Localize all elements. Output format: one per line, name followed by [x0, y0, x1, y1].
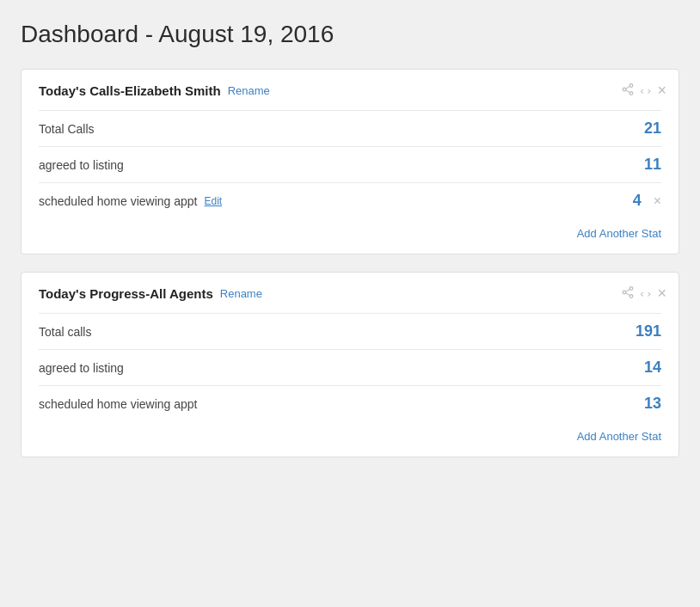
stat-label-text: Total calls [39, 325, 91, 339]
stat-right: 11 [627, 156, 661, 174]
svg-line-9 [626, 293, 630, 296]
stat-right: 191 [627, 322, 661, 340]
stat-remove-button[interactable]: × [654, 194, 661, 208]
stat-row: agreed to listing11 [39, 146, 661, 182]
add-another-stat-button[interactable]: Add Another Stat [577, 227, 661, 240]
widget-actions-1: ‹›× [622, 82, 666, 100]
stat-row: agreed to listing14 [39, 349, 661, 385]
stat-label: scheduled home viewing apptEdit [39, 194, 222, 208]
widget-header-1: Today's Calls-Elizabeth SmithRename [39, 83, 661, 98]
stat-label-text: scheduled home viewing appt [39, 194, 197, 208]
stat-label: Total calls [39, 325, 91, 339]
svg-point-5 [629, 287, 633, 291]
add-another-row: Add Another Stat [39, 421, 661, 443]
stat-right: 13 [627, 395, 661, 413]
widget-header-2: Today's Progress-All AgentsRename [39, 286, 661, 301]
stat-value: 4 [607, 192, 642, 210]
stat-right: 4× [607, 192, 661, 210]
rename-link-1[interactable]: Rename [228, 84, 270, 97]
widget-title-1: Today's Calls-Elizabeth Smith [39, 83, 221, 98]
page-title: Dashboard - August 19, 2016 [21, 21, 679, 48]
stat-value: 14 [627, 359, 661, 377]
widget-title-2: Today's Progress-All Agents [39, 286, 213, 301]
stat-label: Total Calls [39, 122, 95, 136]
stat-label-text: agreed to listing [39, 361, 124, 375]
stat-right: 21 [627, 120, 661, 138]
stat-row: Total calls191 [39, 313, 661, 349]
share-icon[interactable] [622, 286, 634, 301]
widget-card-1: Today's Calls-Elizabeth SmithRename‹›×To… [21, 69, 679, 254]
stat-label-text: agreed to listing [39, 158, 124, 172]
svg-point-6 [629, 295, 633, 298]
stat-row: Total Calls21 [39, 110, 661, 146]
close-icon[interactable]: × [657, 82, 666, 100]
stat-value: 21 [627, 120, 661, 138]
widget-card-2: Today's Progress-All AgentsRename‹›×Tota… [21, 272, 679, 457]
add-another-stat-button[interactable]: Add Another Stat [577, 430, 661, 443]
close-icon[interactable]: × [657, 285, 666, 303]
svg-point-7 [623, 291, 626, 294]
svg-point-2 [623, 88, 626, 91]
rename-link-2[interactable]: Rename [220, 287, 262, 300]
svg-line-4 [626, 90, 630, 93]
stat-edit-link[interactable]: Edit [204, 195, 222, 207]
embed-icon[interactable]: ‹› [639, 84, 653, 97]
stat-value: 13 [627, 395, 661, 413]
stat-row: scheduled home viewing appt13 [39, 385, 661, 421]
stat-label: agreed to listing [39, 158, 124, 172]
stat-value: 11 [627, 156, 661, 174]
share-icon[interactable] [622, 83, 634, 98]
stat-label: agreed to listing [39, 361, 124, 375]
svg-line-8 [626, 289, 630, 291]
widget-actions-2: ‹›× [622, 285, 666, 303]
stat-right: 14 [627, 359, 661, 377]
add-another-row: Add Another Stat [39, 218, 661, 240]
svg-point-1 [629, 92, 633, 95]
svg-line-3 [626, 86, 630, 89]
stat-label: scheduled home viewing appt [39, 397, 197, 411]
stat-row: scheduled home viewing apptEdit4× [39, 182, 661, 218]
stat-value: 191 [627, 322, 661, 340]
embed-icon[interactable]: ‹› [639, 287, 653, 300]
svg-point-0 [629, 84, 633, 88]
stat-label-text: scheduled home viewing appt [39, 397, 197, 411]
stat-label-text: Total Calls [39, 122, 95, 136]
